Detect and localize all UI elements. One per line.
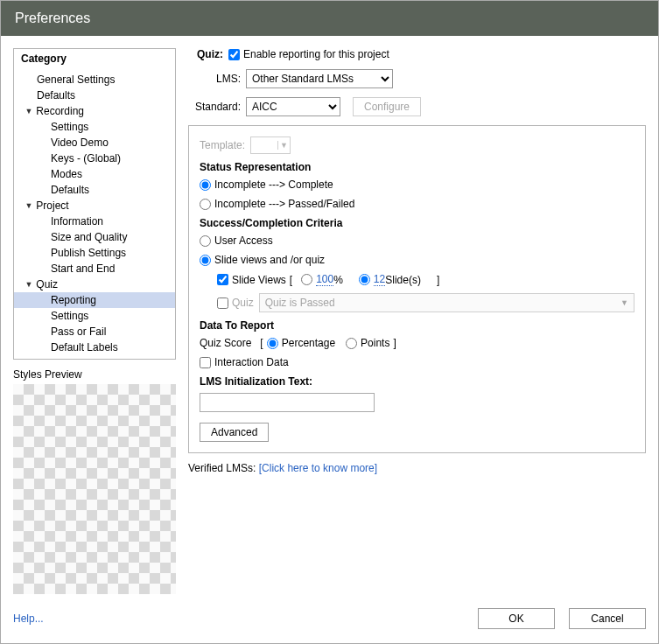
help-link[interactable]: Help... (13, 612, 44, 625)
chevron-down-icon: ▼ (25, 276, 33, 292)
tree-item-defaults[interactable]: Defaults (14, 88, 175, 103)
user-access-radio[interactable] (200, 235, 211, 247)
lms-init-label: LMS Initialization Text: (200, 375, 634, 388)
interaction-data-label: Interaction Data (214, 356, 289, 368)
status-incomplete-complete-radio[interactable] (200, 179, 211, 191)
interaction-data-checkbox[interactable] (200, 357, 211, 368)
tree-item-recording[interactable]: ▼ Recording (14, 103, 175, 119)
status-opt2-label: Incomplete ---> Passed/Failed (214, 198, 354, 210)
tree-item-pass-fail[interactable]: Pass or Fail (14, 324, 175, 340)
ok-button[interactable]: OK (478, 608, 555, 629)
lms-init-input[interactable] (200, 393, 375, 412)
bracket-open: [ (290, 274, 292, 286)
slide-views-quiz-radio[interactable] (200, 255, 211, 266)
template-label: Template: (200, 139, 245, 151)
points-radio[interactable] (346, 338, 357, 349)
user-access-label: User Access (214, 234, 273, 247)
slide-views-checkbox[interactable] (217, 274, 228, 285)
status-incomplete-passedfailed-radio[interactable] (200, 199, 211, 210)
tree-item-start-end[interactable]: Start and End (14, 261, 175, 276)
percent-value-link[interactable]: 100 (316, 273, 333, 286)
tree-item-label: Recording (36, 105, 84, 117)
cancel-button[interactable]: Cancel (569, 608, 646, 629)
tree-item-keys-global[interactable]: Keys - (Global) (14, 150, 175, 166)
tree-item-video-demo[interactable]: Video Demo (14, 135, 175, 150)
slides-value-link[interactable]: 12 (374, 273, 385, 286)
success-criteria-title: Success/Completion Criteria (200, 217, 634, 229)
styles-preview-box (13, 384, 176, 594)
quiz-condition-value: Quiz is Passed (265, 297, 335, 309)
chevron-down-icon: ▼ (277, 141, 290, 150)
enable-reporting-label: Enable reporting for this project (243, 48, 389, 60)
status-opt1-label: Incomplete ---> Complete (214, 178, 333, 191)
tree-item-modes[interactable]: Modes (14, 166, 175, 182)
tree-item-publish-settings[interactable]: Publish Settings (14, 245, 175, 261)
tree-item-information[interactable]: Information (14, 214, 175, 229)
enable-reporting-checkbox[interactable] (228, 49, 240, 60)
tree-item-quiz-settings[interactable]: Settings (14, 308, 175, 324)
tree-item-reporting[interactable]: Reporting (14, 292, 175, 308)
tree-item-rec-defaults[interactable]: Defaults (14, 182, 175, 198)
chevron-down-icon: ▼ (25, 198, 33, 214)
window-title: Preferences (1, 1, 658, 36)
tree-item-general-settings[interactable]: General Settings (14, 72, 175, 88)
category-panel: Category General Settings Defaults ▼ Rec… (13, 48, 176, 360)
lms-label: LMS: (188, 73, 241, 85)
points-label: Points (361, 337, 389, 349)
percentage-label: Percentage (282, 337, 335, 349)
tree-item-rec-settings[interactable]: Settings (14, 119, 175, 135)
bracket-close: ] (393, 337, 396, 349)
verified-lmss-label: Verified LMSs: (188, 462, 256, 474)
percentage-radio[interactable] (267, 338, 278, 349)
advanced-button[interactable]: Advanced (200, 423, 269, 442)
category-tree: General Settings Defaults ▼ Recording Se… (14, 68, 175, 359)
slide-views-label: Slide Views (232, 274, 286, 286)
tree-item-label: Project (36, 200, 68, 212)
standard-label: Standard: (188, 101, 241, 113)
status-representation-title: Status Representation (200, 161, 634, 173)
standard-select[interactable]: AICC (246, 97, 340, 116)
tree-item-project[interactable]: ▼ Project (14, 198, 175, 214)
chevron-down-icon: ▼ (25, 103, 33, 119)
template-select: ▼ (250, 136, 291, 154)
tree-item-label: Quiz (36, 278, 58, 290)
category-header: Category (14, 49, 175, 68)
lms-select[interactable]: Other Standard LMSs (246, 69, 393, 88)
styles-preview-label: Styles Preview (13, 368, 176, 381)
tree-item-quiz[interactable]: ▼ Quiz (14, 276, 175, 292)
quiz-checkbox[interactable] (217, 298, 228, 309)
verified-lmss-link[interactable]: [Click here to know more] (259, 462, 377, 474)
quiz-condition-select: Quiz is Passed ▼ (259, 293, 634, 312)
chevron-down-icon: ▼ (620, 298, 628, 307)
configure-button[interactable]: Configure (353, 97, 421, 116)
tree-item-size-quality[interactable]: Size and Quality (14, 229, 175, 245)
tree-item-default-labels[interactable]: Default Labels (14, 340, 175, 355)
slides-suffix: Slide(s) (385, 274, 421, 286)
percent-suffix: % (333, 274, 343, 286)
bracket-open: [ (260, 337, 263, 349)
bracket-close: ] (437, 274, 439, 286)
quiz-checkbox-label: Quiz (232, 297, 254, 309)
reporting-options-panel: Template: ▼ Status Representation Incomp… (188, 125, 646, 453)
quiz-label: Quiz: (188, 48, 223, 60)
quiz-score-label: Quiz Score (200, 337, 251, 349)
data-to-report-title: Data To Report (200, 319, 634, 332)
slide-views-quiz-label: Slide views and /or quiz (214, 254, 325, 266)
slides-radio[interactable] (359, 274, 370, 285)
percent-radio[interactable] (301, 274, 312, 285)
